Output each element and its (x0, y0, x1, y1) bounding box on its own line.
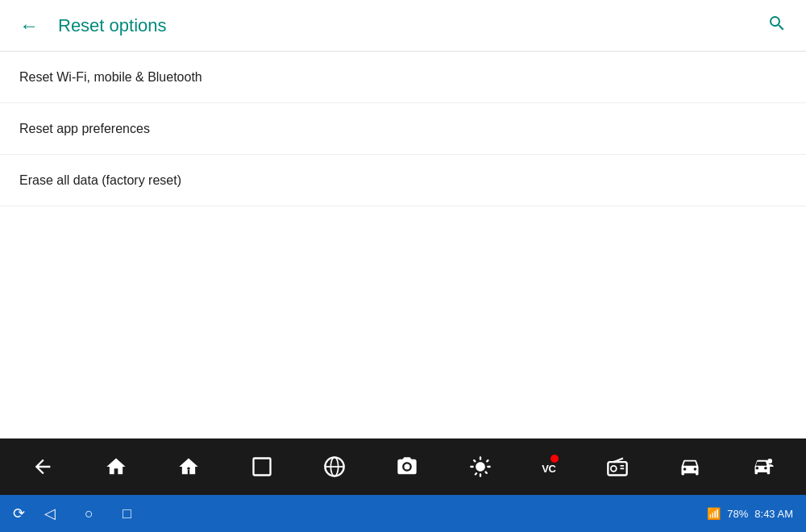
svg-rect-0 (253, 459, 270, 476)
svg-point-6 (611, 466, 617, 472)
taskbar-back[interactable] (27, 452, 59, 481)
app-bar-left: ← Reset options (13, 8, 167, 44)
svg-point-4 (405, 464, 410, 470)
wifi-icon: 📶 (707, 507, 721, 520)
taskbar-radio[interactable] (601, 452, 634, 481)
search-button[interactable] (761, 7, 793, 44)
content-area: Reset Wi-Fi, mobile & Bluetooth Reset ap… (0, 52, 806, 438)
taskbar-car-user[interactable] (747, 452, 779, 481)
taskbar-car[interactable] (674, 452, 706, 481)
app-bar: ← Reset options (0, 0, 806, 52)
reset-wifi-item[interactable]: Reset Wi-Fi, mobile & Bluetooth (0, 52, 806, 103)
taskbar-camera[interactable] (391, 452, 423, 481)
vci-red-badge (550, 455, 559, 463)
battery-level: 78% (727, 508, 748, 520)
sync-icon[interactable]: ⟳ (13, 505, 25, 522)
taskbar-vci[interactable]: VC (537, 455, 560, 480)
taskbar-brightness[interactable] (464, 452, 496, 481)
taskbar-recents[interactable] (246, 452, 278, 481)
taskbar-app-home[interactable] (172, 452, 205, 481)
status-bar-right: 📶 78% 8:43 AM (707, 507, 793, 520)
page-title: Reset options (58, 15, 167, 36)
reset-app-item[interactable]: Reset app preferences (0, 103, 806, 155)
nav-back-button[interactable]: ◁ (35, 501, 65, 526)
vci-label: VC (542, 463, 555, 475)
taskbar: VC (0, 438, 806, 495)
taskbar-browser[interactable] (318, 452, 351, 481)
svg-point-9 (767, 459, 772, 463)
status-bar: ⟳ ◁ ○ □ 📶 78% 8:43 AM (0, 495, 806, 532)
erase-data-item[interactable]: Erase all data (factory reset) (0, 155, 806, 206)
status-bar-left: ⟳ ◁ ○ □ (13, 501, 141, 526)
taskbar-home[interactable] (100, 452, 132, 481)
nav-recents-button[interactable]: □ (113, 502, 141, 526)
current-time: 8:43 AM (754, 508, 793, 520)
back-button[interactable]: ← (13, 8, 45, 44)
nav-home-button[interactable]: ○ (75, 502, 103, 526)
